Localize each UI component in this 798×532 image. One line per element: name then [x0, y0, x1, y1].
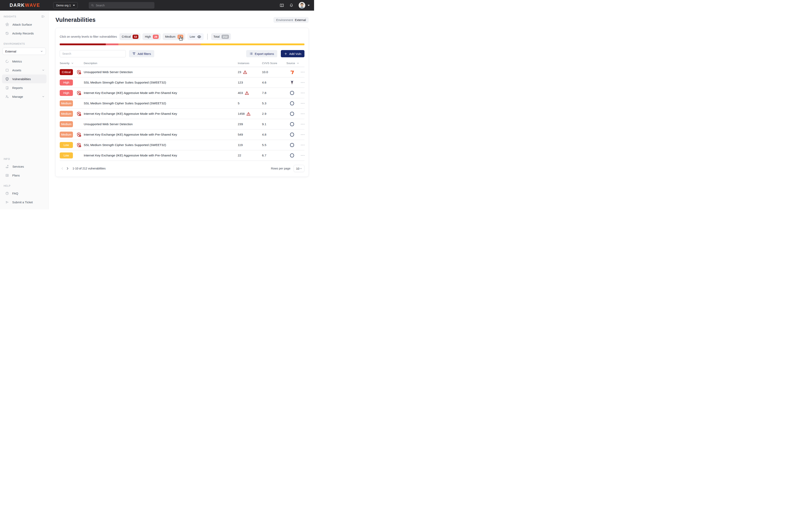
shield-x-alert-icon — [77, 70, 81, 75]
sidebar-section-help: HELP — [0, 185, 49, 187]
cvvs-score: 4.8 — [262, 133, 286, 136]
user-menu[interactable] — [299, 2, 310, 8]
critical-count-badge: 53 — [133, 35, 138, 39]
row-menu-button[interactable] — [298, 72, 304, 73]
previous-page-button[interactable] — [60, 166, 65, 171]
filter-hint: Click on severity levels to filter vulne… — [60, 35, 117, 38]
medium-count-badge: 31 — [177, 35, 183, 39]
sidebar-item-manage[interactable]: Manage — [0, 92, 49, 101]
severity-bar-low — [201, 43, 304, 45]
sidebar-section-info: INFO — [0, 158, 49, 160]
chevron-down-icon — [42, 69, 45, 72]
assets-icon — [5, 68, 9, 72]
eye-icon[interactable] — [197, 35, 201, 39]
filter-chip-high[interactable]: High 28 — [142, 33, 160, 40]
doberman-logo-icon — [289, 80, 294, 85]
row-menu-button[interactable] — [298, 124, 304, 125]
rows-per-page-select[interactable]: 10 — [293, 165, 304, 172]
table-row[interactable]: Medium Unsupported Web Server Detection … — [60, 119, 304, 130]
filter-chip-critical[interactable]: Critical 53 — [119, 33, 140, 40]
cvvs-score: 9.1 — [262, 122, 286, 126]
sidebar-item-assets[interactable]: Assets — [0, 66, 49, 75]
avatar[interactable] — [299, 2, 305, 8]
main-content: Vulnerabilities Environment External Cli… — [49, 11, 314, 209]
hexagon-logo-icon — [289, 111, 294, 116]
next-page-button[interactable] — [65, 166, 70, 171]
sidebar-item-plans[interactable]: Plans — [0, 171, 49, 180]
filter-chip-low[interactable]: Low — [187, 33, 204, 40]
severity-badge: High — [60, 79, 73, 86]
severity-distribution-bar — [60, 43, 304, 45]
cvvs-score: 6.7 — [262, 154, 286, 157]
sidebar-item-activity-records[interactable]: Activity Records — [0, 29, 49, 38]
notifications-bell-icon[interactable] — [289, 3, 293, 7]
row-menu-button[interactable] — [298, 145, 304, 146]
sidebar-item-reports[interactable]: Reports — [0, 83, 49, 92]
column-header-severity[interactable]: Severity — [60, 62, 84, 65]
severity-bar-medium — [118, 43, 201, 45]
rapid7-logo-icon — [290, 70, 294, 75]
sidebar-item-faq[interactable]: FAQ — [0, 189, 49, 198]
org-selector-label: Demo org 1 — [56, 4, 71, 7]
chevron-left-icon — [60, 167, 64, 170]
pagination: 1-10 of 212 vulnerabilities Rows per pag… — [60, 165, 304, 172]
question-icon — [5, 191, 9, 195]
sidebar-item-attack-surface[interactable]: Attack Surface — [0, 20, 49, 29]
sidebar-item-metrics[interactable]: Metrics — [0, 57, 49, 66]
row-menu-button[interactable] — [298, 93, 304, 93]
table-row[interactable]: Low SSL Medium Strength Cipher Suites Su… — [60, 140, 304, 150]
divider — [207, 34, 208, 40]
docs-book-icon[interactable] — [280, 3, 284, 7]
table-row[interactable]: Medium Internet Key Exchange (IKE) Aggre… — [60, 109, 304, 119]
row-menu-button[interactable] — [298, 103, 304, 104]
sidebar-item-submit-ticket[interactable]: Submit a Ticket — [0, 198, 49, 207]
collapse-sidebar-icon[interactable] — [41, 15, 45, 18]
hexagon-logo-icon — [289, 142, 294, 148]
history-icon — [5, 32, 9, 35]
shield-x-alert-icon — [77, 142, 81, 148]
shield-x-alert-icon — [77, 132, 81, 137]
vulnerability-description: SSL Medium Strength Cipher Suites Suppor… — [84, 81, 238, 84]
table-row[interactable]: High SSL Medium Strength Cipher Suites S… — [60, 77, 304, 88]
global-search[interactable] — [89, 2, 154, 8]
cvvs-score: 5.3 — [262, 101, 286, 105]
rows-per-page-label: Rows per page — [271, 167, 290, 170]
column-header-source[interactable]: Source — [286, 62, 304, 65]
filter-chip-medium[interactable]: Medium 31 — [163, 33, 185, 40]
table-row[interactable]: Low Internet Key Exchange (IKE) Aggressi… — [60, 150, 304, 161]
export-options-button[interactable]: Export options — [246, 50, 277, 57]
chevron-right-icon — [65, 167, 70, 170]
user-gear-icon — [5, 95, 9, 98]
send-icon — [5, 200, 9, 204]
row-menu-button[interactable] — [298, 155, 304, 156]
row-menu-button[interactable] — [298, 113, 304, 114]
add-filters-button[interactable]: Add filters — [129, 50, 154, 57]
sidebar-item-services[interactable]: Services — [0, 162, 49, 171]
metrics-icon — [5, 59, 9, 63]
environment-select[interactable]: External — [3, 48, 46, 55]
row-menu-button[interactable] — [298, 134, 304, 135]
vulnerability-description: SSL Medium Strength Cipher Suites Suppor… — [84, 101, 238, 105]
network-icon — [5, 22, 9, 26]
severity-badge: Medium — [60, 111, 73, 117]
row-menu-button[interactable] — [298, 82, 304, 83]
table-row[interactable]: Medium SSL Medium Strength Cipher Suites… — [60, 98, 304, 109]
cvvs-score: 10.0 — [262, 70, 286, 74]
vulnerability-description: Internet Key Exchange (IKE) Aggressive M… — [84, 112, 238, 116]
chevron-down-icon — [297, 62, 300, 65]
vulnerability-description: SSL Medium Strength Cipher Suites Suppor… — [84, 143, 238, 147]
table-row[interactable]: High Internet Key Exchange (IKE) Aggress… — [60, 88, 304, 98]
add-vuln-button[interactable]: Add Vuln — [281, 50, 304, 57]
warning-triangle-icon — [245, 91, 249, 95]
report-icon — [5, 86, 9, 90]
table-row[interactable]: Medium Internet Key Exchange (IKE) Aggre… — [60, 130, 304, 140]
table-row[interactable]: Critical Unsupported Web Server Detectio… — [60, 67, 304, 77]
sidebar-item-vulnerabilities[interactable]: Vulnerabilities — [2, 75, 46, 83]
top-bar: DARKWAVE Demo org 1 — [0, 0, 314, 11]
global-search-input[interactable] — [96, 4, 152, 7]
org-selector[interactable]: Demo org 1 — [53, 2, 77, 8]
table-search-input[interactable] — [62, 52, 123, 55]
sidebar: INSIGHTS Attack Surface Activity Records… — [0, 11, 49, 209]
table-search[interactable] — [60, 50, 126, 57]
high-count-badge: 28 — [153, 35, 159, 39]
